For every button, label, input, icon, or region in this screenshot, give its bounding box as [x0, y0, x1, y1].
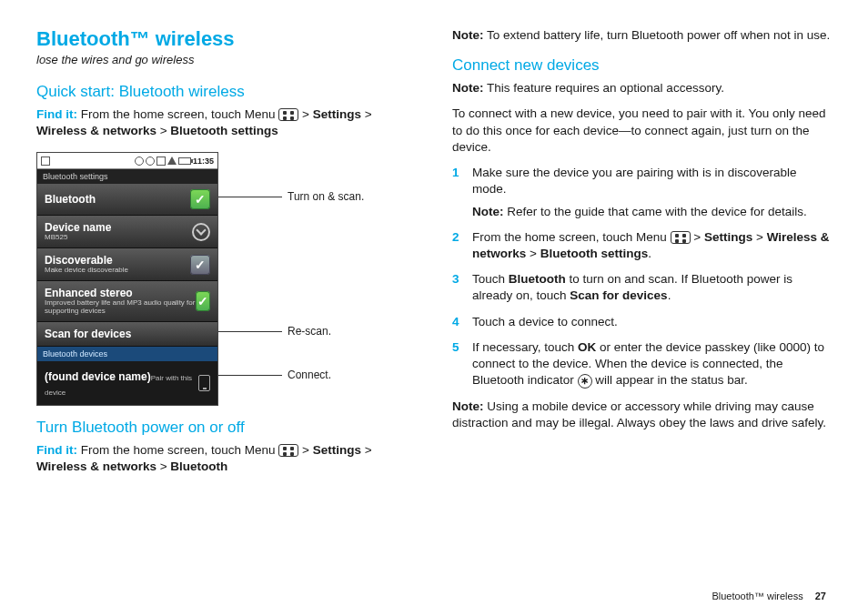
phone-screenshot: 11:35 Bluetooth settings Bluetooth ✓ Dev…	[36, 152, 218, 405]
bt-bold: Bluetooth	[509, 272, 566, 286]
checkbox-off-icon[interactable]: ✓	[190, 255, 210, 275]
scan-bold: Scan for devices	[570, 288, 667, 302]
wifi-status-icon	[146, 157, 155, 166]
sim-status-icon	[156, 157, 166, 166]
note-label: Note:	[452, 28, 484, 42]
section-connect-new: Connect new devices	[452, 56, 832, 75]
sep: >	[298, 107, 312, 121]
path-settings: Settings	[313, 107, 361, 121]
callout-rescan: Re-scan.	[218, 325, 331, 338]
row-sub: Make device discoverable	[45, 267, 128, 275]
status-time: 11:35	[193, 157, 214, 166]
callout-connect: Connect.	[218, 369, 331, 381]
menu-icon	[278, 444, 298, 457]
section-quick-start: Quick start: Bluetooth wireless	[36, 83, 416, 101]
steps-list: 1 Make sure the device you are pairing w…	[452, 165, 832, 389]
battery-status-icon	[178, 157, 191, 165]
note-text: Refer to the guide that came with the de…	[504, 205, 807, 218]
note-label: Note:	[452, 399, 484, 413]
expand-icon[interactable]	[192, 223, 210, 241]
row-title: Enhanced stereo	[45, 287, 196, 299]
step-3: 3 Touch Bluetooth to turn on and scan. I…	[452, 271, 832, 304]
screen-header: Bluetooth settings	[37, 169, 217, 184]
path-settings: Settings	[704, 230, 752, 244]
bluetooth-status-icon	[135, 157, 144, 166]
findit-label: Find it:	[36, 107, 77, 121]
sep: >	[298, 443, 312, 457]
sep: >	[156, 124, 170, 137]
step-2: 2 From the home screen, touch Menu > Set…	[452, 229, 832, 262]
callout-turn-on: Turn on & scan.	[218, 190, 364, 203]
step-text: If necessary, touch	[472, 340, 578, 354]
section-turn-on-off: Turn Bluetooth power on or off	[36, 419, 416, 437]
step-text: From the home screen, touch Menu	[472, 230, 671, 244]
row-title: Device name	[45, 221, 111, 234]
page-title: Bluetooth™ wireless	[36, 27, 416, 51]
path-bt-settings: Bluetooth settings	[540, 247, 649, 260]
row-title: Scan for devices	[45, 328, 131, 340]
page-footer: Bluetooth™ wireless 27	[712, 591, 826, 601]
findit-text: From the home screen, touch Menu	[77, 107, 278, 121]
menu-icon	[278, 108, 298, 121]
path-wireless: Wireless & networks	[36, 459, 156, 473]
row-title: Bluetooth	[45, 193, 96, 206]
path-settings: Settings	[313, 443, 361, 457]
note-accessory: Note: This feature requires an optional …	[452, 80, 832, 96]
step-text: Make sure the device you are pairing wit…	[472, 166, 796, 196]
sep: >	[691, 230, 704, 244]
step-5: 5 If necessary, touch OK or enter the de…	[452, 339, 832, 389]
note-text: This feature requires an optional access…	[484, 81, 724, 95]
status-icon	[41, 157, 50, 166]
devices-header: Bluetooth devices	[37, 347, 217, 361]
note-text: Using a mobile device or accessory while…	[452, 399, 826, 429]
sep: >	[156, 459, 170, 473]
note-label: Note:	[452, 81, 484, 95]
menu-icon	[671, 231, 691, 244]
note-text: To extend battery life, turn Bluetooth p…	[484, 28, 831, 42]
sep: >	[526, 247, 540, 260]
signal-status-icon	[167, 157, 177, 165]
note-battery: Note: To extend battery life, turn Bluet…	[452, 27, 832, 44]
sep: >	[752, 230, 766, 244]
row-sub: Improved battery life and MP3 audio qual…	[45, 299, 196, 316]
row-device-name[interactable]: Device nameMB525	[37, 216, 217, 248]
row-title: Discoverable	[45, 254, 128, 267]
path-bluetooth: Bluetooth	[170, 459, 227, 473]
page-number: 27	[815, 591, 826, 601]
checkbox-on-icon[interactable]: ✓	[196, 291, 210, 311]
findit-path-2: Find it: From the home screen, touch Men…	[36, 442, 416, 475]
findit-label: Find it:	[36, 443, 77, 457]
path-bt-settings: Bluetooth settings	[170, 124, 278, 137]
footer-label: Bluetooth™ wireless	[712, 591, 802, 601]
findit-path-1: Find it: From the home screen, touch Men…	[36, 106, 416, 139]
row-found-device[interactable]: (found device name)Pair with this device	[37, 361, 217, 405]
step-1: 1 Make sure the device you are pairing w…	[452, 165, 832, 220]
findit-text: From the home screen, touch Menu	[77, 443, 278, 457]
device-icon	[198, 375, 210, 391]
step-text: Touch a device to connect.	[472, 315, 618, 328]
sep: >	[361, 107, 372, 121]
note-driving: Note: Using a mobile device or accessory…	[452, 399, 832, 431]
status-bar: 11:35	[37, 153, 217, 169]
sep: >	[361, 443, 372, 457]
page-subtitle: lose the wires and go wireless	[36, 53, 416, 66]
device-title: (found device name)	[45, 370, 151, 383]
row-discoverable[interactable]: DiscoverableMake device discoverable ✓	[37, 248, 217, 281]
connect-intro: To connect with a new device, you need t…	[452, 106, 832, 156]
ok-bold: OK	[578, 340, 596, 354]
note-label: Note:	[472, 205, 504, 218]
step-text: Touch	[472, 272, 509, 286]
step-text: will appear in the status bar.	[592, 373, 748, 387]
bluetooth-indicator-icon: ∗	[578, 374, 592, 389]
step-4: 4 Touch a device to connect.	[452, 314, 832, 330]
checkbox-on-icon[interactable]: ✓	[190, 189, 210, 209]
row-sub: MB525	[45, 234, 111, 242]
row-enhanced-stereo[interactable]: Enhanced stereoImproved battery life and…	[37, 281, 217, 322]
path-wireless: Wireless & networks	[36, 124, 156, 137]
row-bluetooth[interactable]: Bluetooth ✓	[37, 184, 217, 216]
row-scan[interactable]: Scan for devices	[37, 322, 217, 347]
